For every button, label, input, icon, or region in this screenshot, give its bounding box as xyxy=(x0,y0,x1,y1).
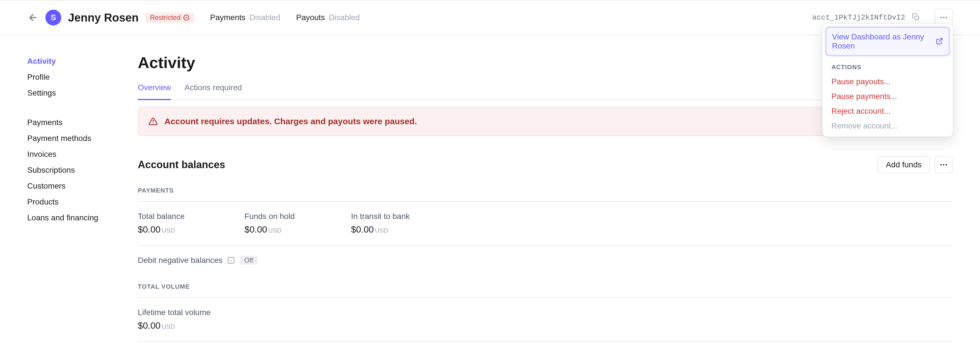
balance-label: Total balance xyxy=(138,212,245,221)
payouts-status: Payouts Disabled xyxy=(296,13,360,22)
debit-status-badge: Off xyxy=(240,256,258,265)
actions-dropdown: View Dashboard as Jenny Rosen ACTIONS Pa… xyxy=(822,24,953,137)
balance-currency: USD xyxy=(162,227,175,234)
svg-line-7 xyxy=(939,38,942,42)
sidebar: ActivityProfileSettings PaymentsPayment … xyxy=(27,35,138,342)
payments-section-label: PAYMENTS xyxy=(138,187,953,194)
balance-item: Funds on hold$0.00USD xyxy=(245,212,351,235)
tab-overview[interactable]: Overview xyxy=(138,83,171,100)
svg-point-11 xyxy=(943,164,945,166)
payouts-value: Disabled xyxy=(329,13,360,22)
dropdown-item-reject-account[interactable]: Reject account... xyxy=(826,104,950,119)
balance-value: $0.00 xyxy=(351,224,374,234)
sidebar-item-loans-and-financing[interactable]: Loans and financing xyxy=(27,210,138,226)
restricted-label: Restricted xyxy=(150,14,181,22)
sidebar-item-activity[interactable]: Activity xyxy=(27,53,138,69)
lifetime-value: $0.00 xyxy=(138,320,161,331)
main-content: View Dashboard as Jenny Rosen ACTIONS Pa… xyxy=(138,35,953,342)
restricted-badge: Restricted xyxy=(145,13,194,23)
copy-icon[interactable] xyxy=(912,13,921,22)
balance-label: In transit to bank xyxy=(351,212,458,221)
restricted-icon xyxy=(183,14,190,21)
add-funds-button[interactable]: Add funds xyxy=(877,156,930,173)
svg-rect-3 xyxy=(915,16,919,20)
info-icon[interactable] xyxy=(227,256,235,264)
svg-point-10 xyxy=(940,164,942,166)
external-link-icon xyxy=(936,37,943,45)
svg-point-6 xyxy=(946,17,947,18)
warning-icon xyxy=(149,117,158,126)
balances-more-button[interactable] xyxy=(935,156,953,173)
balances-title: Account balances xyxy=(138,159,225,171)
sidebar-item-payment-methods[interactable]: Payment methods xyxy=(27,131,138,146)
dropdown-item-pause-payouts[interactable]: Pause payouts... xyxy=(826,74,950,89)
dropdown-item-pause-payments[interactable]: Pause payments... xyxy=(826,89,950,104)
view-dashboard-button[interactable]: View Dashboard as Jenny Rosen xyxy=(826,27,950,56)
payments-label: Payments xyxy=(210,13,245,22)
sidebar-item-settings[interactable]: Settings xyxy=(27,85,138,101)
svg-point-4 xyxy=(940,17,942,18)
dropdown-section-label: ACTIONS xyxy=(826,56,950,74)
sidebar-item-invoices[interactable]: Invoices xyxy=(27,146,138,162)
payments-value: Disabled xyxy=(250,13,280,22)
svg-point-5 xyxy=(943,17,945,18)
alert-text: Account requires updates. Charges and pa… xyxy=(164,116,417,126)
lifetime-currency: USD xyxy=(162,323,175,330)
sidebar-item-payments[interactable]: Payments xyxy=(27,115,138,131)
balance-currency: USD xyxy=(268,227,281,234)
debit-label: Debit negative balances xyxy=(138,256,223,265)
account-id: acct_1PkTJj2kINftDvI2 xyxy=(812,13,905,22)
view-dashboard-label: View Dashboard as Jenny Rosen xyxy=(832,32,936,51)
lifetime-label: Lifetime total volume xyxy=(138,308,953,317)
balance-value: $0.00 xyxy=(138,224,161,234)
sidebar-item-subscriptions[interactable]: Subscriptions xyxy=(27,162,138,178)
balance-item: In transit to bank$0.00USD xyxy=(351,212,458,235)
payouts-label: Payouts xyxy=(296,13,325,22)
total-volume-label: TOTAL VOLUME xyxy=(138,283,953,290)
sidebar-item-profile[interactable]: Profile xyxy=(27,69,138,85)
account-name: Jenny Rosen xyxy=(68,11,138,24)
back-arrow-icon[interactable] xyxy=(27,12,38,23)
dropdown-item-remove-account: Remove account... xyxy=(826,119,950,133)
balance-item: Total balance$0.00USD xyxy=(138,212,245,235)
payments-status: Payments Disabled xyxy=(210,13,280,22)
svg-point-12 xyxy=(946,164,947,166)
balance-value: $0.00 xyxy=(245,224,267,234)
sidebar-item-products[interactable]: Products xyxy=(27,194,138,210)
tab-actions-required[interactable]: Actions required xyxy=(185,83,242,100)
avatar: S xyxy=(45,10,61,25)
balance-currency: USD xyxy=(375,227,388,234)
sidebar-item-customers[interactable]: Customers xyxy=(27,178,138,194)
balance-label: Funds on hold xyxy=(245,212,351,221)
